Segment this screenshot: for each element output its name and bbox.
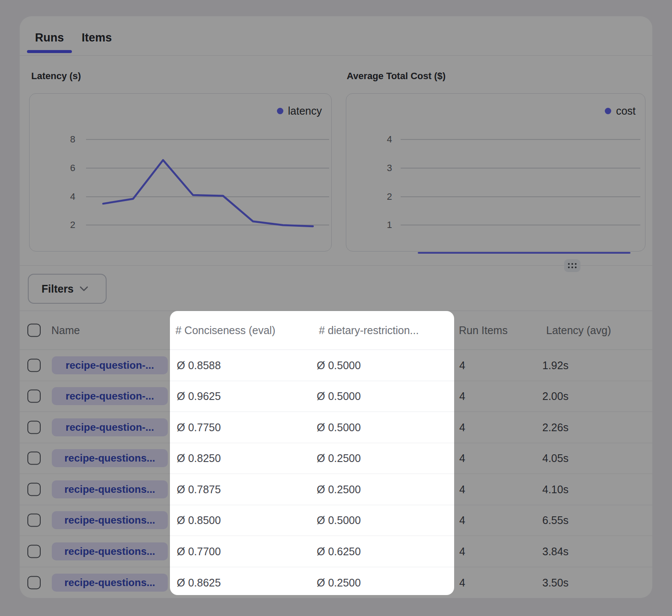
conciseness-score-cell: Ø 0.9625 [177, 390, 221, 403]
cost-line-series [346, 94, 646, 252]
dietary-restriction-score-cell: Ø 0.2500 [317, 483, 361, 495]
select-all-checkbox[interactable] [27, 323, 41, 337]
run-name-badge[interactable]: recipe-question-... [52, 418, 168, 436]
table-row[interactable]: recipe-questions... Ø 0.8625 Ø 0.2500 4 … [20, 567, 652, 598]
column-header-conciseness: # Conciseness (eval) [175, 324, 275, 336]
latency-avg-cell: 2.26s [542, 421, 568, 433]
run-name-label: recipe-questions... [64, 452, 155, 464]
dietary-restriction-score-cell: Ø 0.5000 [317, 421, 361, 433]
filters-button[interactable]: Filters [28, 274, 107, 304]
run-name-badge[interactable]: recipe-questions... [52, 480, 168, 498]
run-items-cell: 4 [459, 452, 465, 465]
cost-chart-title: Average Total Cost ($) [347, 71, 446, 82]
run-name-label: recipe-question-... [65, 359, 154, 371]
run-items-cell: 4 [459, 514, 465, 527]
latency-avg-cell: 2.00s [542, 390, 568, 403]
table-row[interactable]: recipe-question-... Ø 0.7750 Ø 0.5000 4 … [20, 412, 652, 443]
row-checkbox[interactable] [27, 545, 41, 558]
screenshot-stage: Runs Items Latency (s) Average Total Cos… [0, 0, 672, 616]
conciseness-score-cell: Ø 0.7875 [177, 483, 221, 495]
conciseness-score-cell: Ø 0.7700 [177, 545, 221, 557]
row-checkbox[interactable] [27, 576, 41, 589]
run-name-label: recipe-question-... [65, 421, 154, 433]
cost-chart: cost 4 3 2 1 [346, 93, 645, 252]
latency-avg-cell: 3.50s [542, 576, 568, 589]
tab-items[interactable]: Items [77, 27, 116, 49]
row-checkbox[interactable] [27, 483, 41, 496]
row-checkbox[interactable] [27, 514, 41, 527]
row-checkbox[interactable] [27, 358, 41, 372]
conciseness-score-cell: Ø 0.8250 [177, 452, 221, 465]
dietary-restriction-score-cell: Ø 0.5000 [317, 390, 361, 403]
table-row[interactable]: recipe-questions... Ø 0.7700 Ø 0.6250 4 … [20, 536, 652, 567]
run-name-label: recipe-question-... [65, 390, 154, 402]
conciseness-score-cell: Ø 0.8500 [177, 514, 221, 527]
dietary-restriction-score-cell: Ø 0.6250 [317, 545, 361, 557]
tabs-divider [20, 55, 652, 56]
table-row[interactable]: recipe-questions... Ø 0.8500 Ø 0.5000 4 … [20, 505, 652, 536]
run-name-badge[interactable]: recipe-questions... [52, 511, 168, 529]
run-name-badge[interactable]: recipe-questions... [52, 449, 168, 467]
run-items-cell: 4 [459, 390, 465, 403]
column-header-run-items: Run Items [459, 324, 508, 336]
filters-button-label: Filters [42, 283, 74, 295]
row-checkbox[interactable] [27, 390, 41, 403]
run-name-label: recipe-questions... [64, 514, 155, 526]
run-name-label: recipe-questions... [64, 483, 155, 495]
latency-avg-cell: 1.92s [542, 359, 568, 371]
latency-chart: latency 8 6 4 2 [29, 93, 332, 252]
run-items-cell: 4 [459, 576, 465, 589]
latency-line-series [30, 94, 332, 252]
table-row[interactable]: recipe-questions... Ø 0.7875 Ø 0.2500 4 … [20, 474, 652, 505]
latency-avg-cell: 4.05s [542, 452, 568, 465]
active-tab-indicator [27, 50, 72, 53]
table-row[interactable]: recipe-question-... Ø 0.9625 Ø 0.5000 4 … [20, 381, 652, 412]
tab-runs[interactable]: Runs [27, 27, 72, 49]
run-name-badge[interactable]: recipe-questions... [52, 542, 168, 560]
conciseness-score-cell: Ø 0.8588 [177, 359, 221, 371]
run-items-cell: 4 [459, 359, 465, 371]
table-rows: recipe-question-... Ø 0.8588 Ø 0.5000 4 … [20, 350, 652, 598]
latency-avg-cell: 4.10s [542, 483, 568, 495]
run-name-badge[interactable]: recipe-questions... [52, 574, 168, 592]
chevron-down-icon [79, 286, 89, 292]
dietary-restriction-score-cell: Ø 0.2500 [317, 452, 361, 465]
table-row[interactable]: recipe-question-... Ø 0.8588 Ø 0.5000 4 … [20, 350, 652, 381]
latency-chart-title: Latency (s) [31, 71, 81, 82]
run-name-badge[interactable]: recipe-question-... [52, 356, 168, 374]
run-name-badge[interactable]: recipe-question-... [52, 387, 168, 405]
row-checkbox[interactable] [27, 452, 41, 465]
conciseness-score-cell: Ø 0.7750 [177, 421, 221, 433]
dietary-restriction-score-cell: Ø 0.5000 [317, 359, 361, 371]
column-header-latency: Latency (avg) [546, 324, 611, 336]
latency-avg-cell: 3.84s [542, 545, 568, 557]
column-header-dietary-restriction: # dietary-restriction... [319, 324, 419, 336]
charts-divider [20, 265, 652, 266]
conciseness-score-cell: Ø 0.8625 [177, 576, 221, 589]
table-row[interactable]: recipe-questions... Ø 0.8250 Ø 0.2500 4 … [20, 443, 652, 474]
run-name-label: recipe-questions... [64, 545, 155, 557]
resize-drag-handle[interactable] [564, 259, 580, 272]
row-checkbox[interactable] [27, 421, 41, 434]
dietary-restriction-score-cell: Ø 0.2500 [317, 576, 361, 589]
latency-avg-cell: 6.55s [542, 514, 568, 527]
run-items-cell: 4 [459, 483, 465, 495]
run-items-cell: 4 [459, 545, 465, 557]
run-items-cell: 4 [459, 421, 465, 433]
run-name-label: recipe-questions... [64, 577, 155, 589]
table-header: Name # Conciseness (eval) # dietary-rest… [20, 311, 652, 350]
dietary-restriction-score-cell: Ø 0.5000 [317, 514, 361, 527]
runs-panel-card: Runs Items Latency (s) Average Total Cos… [20, 16, 652, 598]
column-header-name: Name [51, 324, 80, 336]
